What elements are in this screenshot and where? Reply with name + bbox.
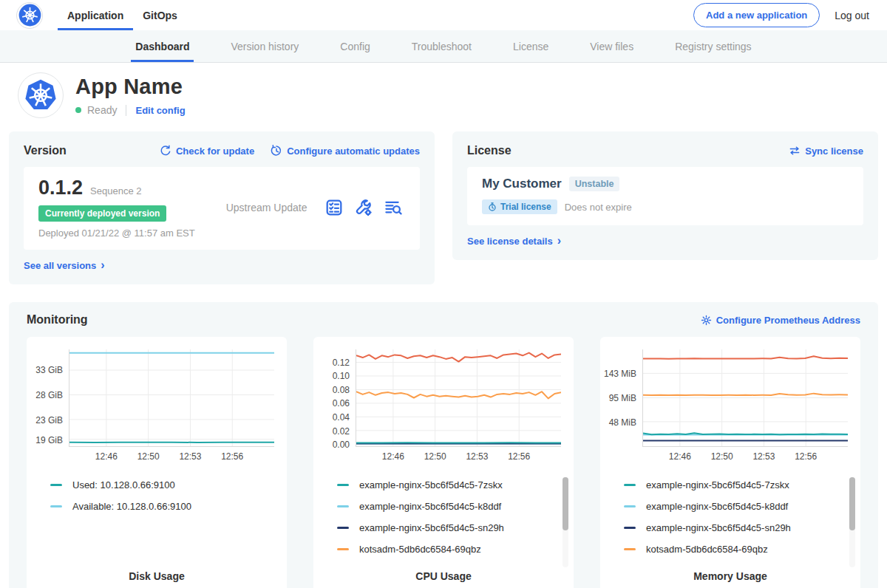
license-card: License Sync license My Customer Unstabl… bbox=[452, 131, 878, 260]
legend-label: Used: 10.128.0.66:9100 bbox=[72, 479, 175, 490]
tab-registry-settings[interactable]: Registry settings bbox=[673, 30, 752, 62]
legend-label: example-nginx-5bc6f5d4c5-k8ddf bbox=[646, 501, 788, 512]
x-axis-tick-label: 12:53 bbox=[752, 451, 775, 462]
sync-arrows-icon bbox=[789, 145, 801, 157]
disk-usage-legend: Used: 10.128.0.66:9100Available: 10.128.… bbox=[50, 479, 279, 512]
see-all-versions-link[interactable]: See all versions › bbox=[24, 260, 105, 271]
tab-gitops-label: GitOps bbox=[143, 10, 177, 21]
legend-item: example-nginx-5bc6f5d4c5-k8ddf bbox=[337, 501, 566, 512]
y-axis-tick-label: 23 GiB bbox=[35, 415, 63, 425]
monitoring-section: Monitoring Configure Prometheus Address … bbox=[9, 302, 878, 588]
charts-row: 19 GiB23 GiB28 GiB33 GiB12:4612:5012:531… bbox=[18, 337, 869, 588]
y-axis-tick-label: 19 GiB bbox=[35, 435, 63, 445]
divider bbox=[126, 105, 126, 116]
edit-config-link[interactable]: Edit config bbox=[135, 105, 185, 116]
cpu-usage-legend-scrollbar[interactable] bbox=[563, 477, 568, 567]
top-nav-right: Add a new application Log out bbox=[693, 0, 869, 30]
legend-label: kotsadm-5db6dc6584-69qbz bbox=[646, 544, 768, 555]
status-dot bbox=[75, 107, 81, 113]
configure-prometheus-label: Configure Prometheus Address bbox=[716, 315, 860, 326]
legend-color-dash bbox=[337, 548, 349, 550]
configure-automatic-updates-link[interactable]: Configure automatic updates bbox=[271, 145, 420, 157]
version-card-title: Version bbox=[24, 144, 67, 157]
license-expiry: Does not expire bbox=[565, 202, 632, 213]
memory-usage-plot-svg bbox=[643, 349, 848, 446]
summary-cards-row: Version Check for update Configure autom… bbox=[0, 130, 887, 284]
legend-item: example-nginx-5bc6f5d4c5-k8ddf bbox=[624, 501, 853, 512]
legend-color-dash bbox=[50, 484, 62, 486]
version-card: Version Check for update Configure autom… bbox=[9, 131, 435, 284]
x-axis-tick-label: 12:46 bbox=[95, 451, 118, 462]
deployed-version-badge: Currently deployed version bbox=[38, 205, 166, 222]
x-axis-tick-label: 12:56 bbox=[221, 451, 243, 462]
x-axis-tick-label: 12:50 bbox=[424, 451, 446, 462]
status-badge: Ready bbox=[87, 104, 117, 116]
license-details-card: My Customer Unstable Trial license Does … bbox=[467, 167, 863, 225]
y-axis-tick-label: 0.06 bbox=[333, 398, 350, 408]
config-wrench-icon[interactable] bbox=[355, 199, 373, 216]
memory-usage-legend: example-nginx-5bc6f5d4c5-7zskxexample-ng… bbox=[624, 479, 853, 555]
app-sub-nav: Dashboard Version history Config Trouble… bbox=[0, 30, 887, 63]
disk-usage-title: Disk Usage bbox=[27, 570, 287, 582]
legend-item: kotsadm-5db6dc6584-69qbz bbox=[624, 544, 853, 555]
tab-config[interactable]: Config bbox=[339, 30, 371, 62]
sync-license-link[interactable]: Sync license bbox=[789, 145, 863, 157]
monitoring-title: Monitoring bbox=[27, 313, 88, 327]
y-axis-tick-label: 0.04 bbox=[333, 412, 350, 423]
preflight-checklist-icon[interactable] bbox=[325, 199, 343, 216]
version-sequence: Sequence 2 bbox=[90, 185, 141, 196]
view-logs-icon[interactable] bbox=[384, 199, 402, 216]
memory-usage-title: Memory Usage bbox=[600, 570, 860, 582]
legend-item: example-nginx-5bc6f5d4c5-sn29h bbox=[624, 522, 853, 533]
legend-label: Available: 10.128.0.66:9100 bbox=[72, 501, 191, 512]
tab-gitops[interactable]: GitOps bbox=[133, 0, 187, 30]
channel-badge: Unstable bbox=[569, 177, 620, 191]
logout-button[interactable]: Log out bbox=[835, 10, 869, 21]
tab-version-history[interactable]: Version history bbox=[229, 30, 300, 62]
x-axis-tick-label: 12:50 bbox=[711, 451, 733, 462]
add-application-button[interactable]: Add a new application bbox=[693, 3, 820, 27]
license-type-label: Trial license bbox=[500, 202, 551, 212]
legend-label: example-nginx-5bc6f5d4c5-sn29h bbox=[359, 522, 504, 533]
tab-troubleshoot[interactable]: Troubleshoot bbox=[410, 30, 473, 62]
legend-color-dash bbox=[624, 505, 636, 507]
cpu-usage-chart-card: 0.000.020.040.060.080.100.1212:4612:5012… bbox=[313, 337, 574, 588]
legend-item: example-nginx-5bc6f5d4c5-7zskx bbox=[624, 479, 853, 490]
y-axis-tick-label: 48 MiB bbox=[609, 417, 636, 428]
x-axis-tick-label: 12:46 bbox=[669, 451, 691, 462]
cpu-usage-legend: example-nginx-5bc6f5d4c5-7zskxexample-ng… bbox=[337, 479, 566, 555]
legend-item: Available: 10.128.0.66:9100 bbox=[50, 501, 279, 512]
memory-usage-legend-scrollbar[interactable] bbox=[849, 477, 855, 567]
x-axis-tick-label: 12:56 bbox=[508, 451, 530, 462]
configure-prometheus-link[interactable]: Configure Prometheus Address bbox=[701, 315, 860, 326]
tab-view-files[interactable]: View files bbox=[588, 30, 635, 62]
top-nav-tabs: Application GitOps bbox=[58, 0, 187, 30]
see-license-details-link[interactable]: See license details › bbox=[467, 236, 561, 247]
tab-dashboard[interactable]: Dashboard bbox=[134, 30, 191, 62]
y-axis-tick-label: 28 GiB bbox=[35, 390, 63, 400]
tab-application[interactable]: Application bbox=[58, 0, 133, 30]
stopwatch-icon bbox=[488, 202, 497, 211]
scrollbar-thumb[interactable] bbox=[563, 477, 568, 530]
check-for-update-link[interactable]: Check for update bbox=[160, 145, 254, 157]
disk-usage-plot: 19 GiB23 GiB28 GiB33 GiB12:4612:5012:531… bbox=[69, 349, 274, 447]
tab-license[interactable]: License bbox=[512, 30, 550, 62]
y-axis-tick-label: 95 MiB bbox=[609, 393, 636, 403]
cpu-usage-plot: 0.000.020.040.060.080.100.1212:4612:5012… bbox=[356, 349, 561, 447]
chevron-right-icon: › bbox=[101, 261, 104, 269]
app-avatar bbox=[18, 72, 64, 118]
auto-update-clock-icon bbox=[271, 145, 282, 157]
memory-usage-plot: 48 MiB95 MiB143 MiB12:4612:5012:5312:56 bbox=[642, 349, 848, 447]
refresh-icon bbox=[160, 145, 171, 157]
page-title: App Name bbox=[75, 75, 186, 99]
memory-usage-series-line bbox=[643, 356, 848, 358]
scrollbar-thumb[interactable] bbox=[849, 477, 855, 530]
disk-usage-plot-svg bbox=[69, 349, 274, 446]
customer-name: My Customer bbox=[482, 177, 562, 191]
version-source-label: Upstream Update bbox=[195, 202, 325, 213]
version-number: 0.1.2 bbox=[38, 177, 83, 199]
cpu-usage-title: CPU Usage bbox=[313, 570, 574, 582]
legend-color-dash bbox=[50, 505, 62, 507]
legend-item: example-nginx-5bc6f5d4c5-sn29h bbox=[337, 522, 566, 533]
legend-item: example-nginx-5bc6f5d4c5-7zskx bbox=[337, 479, 566, 490]
